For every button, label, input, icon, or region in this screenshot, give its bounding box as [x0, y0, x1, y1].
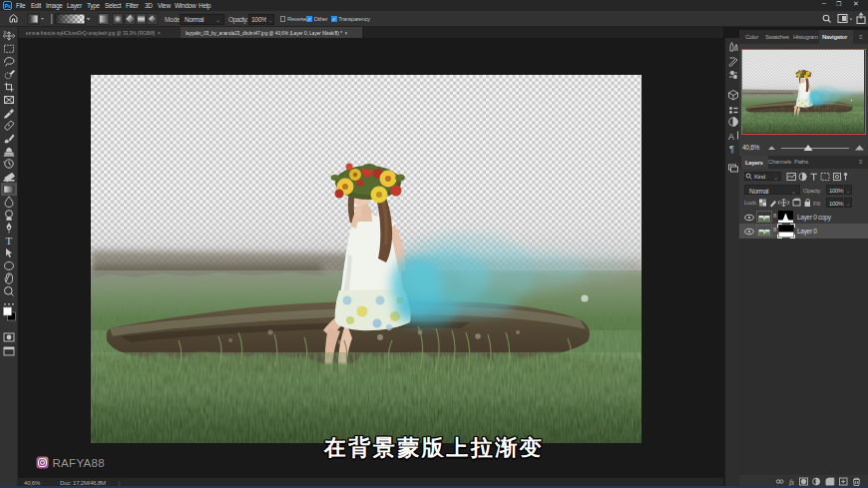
svg-text:¶: ¶ [729, 144, 734, 154]
svg-text:T: T [6, 235, 13, 246]
svg-text:fx: fx [789, 478, 795, 487]
svg-text:A: A [728, 132, 734, 142]
